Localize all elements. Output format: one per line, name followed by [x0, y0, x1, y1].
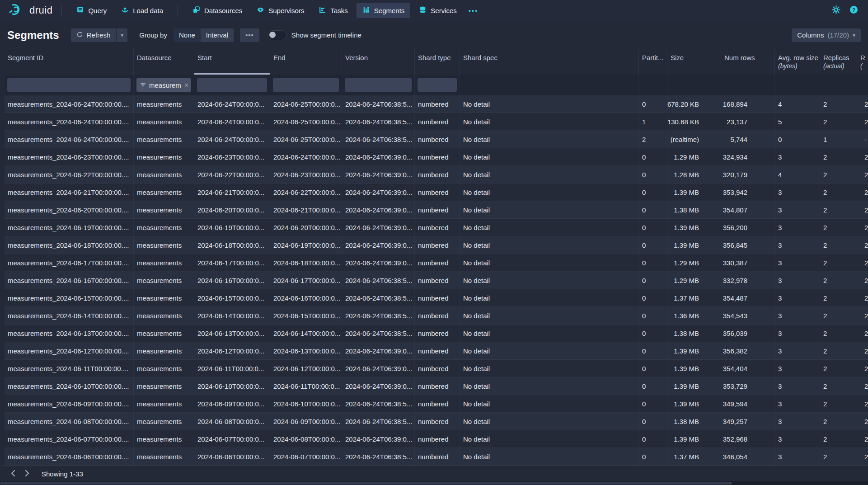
- table-row[interactable]: measurements_2024-06-14T00:00:00....meas…: [5, 307, 868, 325]
- druid-logo[interactable]: druid: [8, 3, 52, 18]
- table-row[interactable]: measurements_2024-06-24T00:00:00....meas…: [5, 131, 868, 148]
- cell-datasource: measurements: [134, 395, 194, 412]
- more-options-button[interactable]: •••: [240, 28, 259, 42]
- cell-avg-row-size: 3: [775, 325, 820, 342]
- cell-segment-id: measurements_2024-06-24T00:00:00....: [5, 131, 134, 148]
- nav-item-tasks[interactable]: Tasks: [313, 3, 353, 18]
- segment-id-filter-input[interactable]: [7, 78, 131, 92]
- datasource-filter-tag[interactable]: measurem ×: [136, 78, 191, 92]
- cell-end: 2024-06-10T00:00:0...: [270, 395, 342, 412]
- cell-num-rows: 356,845: [721, 236, 775, 254]
- col-header-size[interactable]: Size: [667, 49, 721, 75]
- col-header-shard-type[interactable]: Shard type: [415, 49, 460, 75]
- table-row[interactable]: measurements_2024-06-07T00:00:00....meas…: [5, 430, 868, 448]
- nav-item-supervisors[interactable]: Supervisors: [251, 3, 310, 18]
- cell-shard-spec: No detail: [460, 413, 639, 430]
- table-row[interactable]: measurements_2024-06-08T00:00:00....meas…: [5, 413, 868, 430]
- svg-text:?: ?: [852, 7, 855, 13]
- table-row[interactable]: measurements_2024-06-24T00:00:00....meas…: [5, 95, 868, 113]
- nav-more-button[interactable]: •••: [464, 4, 483, 18]
- col-header-partition[interactable]: Partit...: [639, 49, 667, 75]
- start-filter-input[interactable]: [197, 78, 267, 92]
- nav-item-query[interactable]: Query: [70, 3, 113, 18]
- cell-version: 2024-06-24T06:39:0...: [342, 148, 415, 165]
- table-row[interactable]: measurements_2024-06-23T00:00:00....meas…: [5, 148, 868, 166]
- horizontal-scrollbar[interactable]: [0, 481, 868, 485]
- table-row[interactable]: measurements_2024-06-18T00:00:00....meas…: [5, 236, 868, 254]
- col-header-version[interactable]: Version: [342, 49, 415, 75]
- close-icon[interactable]: ×: [184, 81, 189, 89]
- next-page-button[interactable]: [20, 467, 34, 480]
- cell-size: 1.36 MB: [667, 307, 721, 324]
- col-header-replicas[interactable]: Replicas(actual): [820, 49, 857, 75]
- cell-end: 2024-06-07T00:00:0...: [270, 448, 342, 465]
- group-by-interval-button[interactable]: Interval: [201, 28, 234, 42]
- cell-avg-row-size: 4: [775, 95, 820, 113]
- nav-item-segments[interactable]: Segments: [357, 3, 411, 18]
- table-row[interactable]: measurements_2024-06-17T00:00:00....meas…: [5, 254, 868, 272]
- cell-shard-spec: No detail: [460, 201, 639, 218]
- cell-replicas: 2: [820, 113, 857, 130]
- cell-size: 1.38 MB: [667, 201, 721, 218]
- col-header-segment-id[interactable]: Segment ID: [5, 49, 134, 75]
- cell-datasource: measurements: [134, 272, 194, 289]
- table-row[interactable]: measurements_2024-06-13T00:00:00....meas…: [5, 325, 868, 342]
- segment-timeline-toggle[interactable]: [267, 30, 286, 40]
- cell-avg-row-size: 3: [775, 254, 820, 271]
- col-header-shard-spec[interactable]: Shard spec: [460, 49, 639, 75]
- col-header-num-rows[interactable]: Num rows: [721, 49, 775, 75]
- table-row[interactable]: measurements_2024-06-19T00:00:00....meas…: [5, 219, 868, 236]
- col-header-end[interactable]: End: [270, 49, 342, 75]
- help-button[interactable]: ?: [849, 5, 859, 16]
- cell-shard-type: numbered: [415, 219, 460, 236]
- table-row[interactable]: measurements_2024-06-22T00:00:00....meas…: [5, 166, 868, 184]
- shard-type-filter-input[interactable]: [418, 78, 457, 92]
- cell-avg-row-size: 3: [775, 430, 820, 447]
- cell-datasource: measurements: [134, 148, 194, 165]
- cell-segment-id: measurements_2024-06-12T00:00:00....: [5, 342, 134, 359]
- table-row[interactable]: measurements_2024-06-12T00:00:00....meas…: [5, 342, 868, 360]
- refresh-caret-button[interactable]: ▾: [117, 28, 127, 42]
- cell-size: 1.39 MB: [667, 377, 721, 395]
- table-row[interactable]: measurements_2024-06-06T00:00:00....meas…: [5, 448, 868, 466]
- nav-item-datasources[interactable]: Datasources: [187, 3, 248, 18]
- nav-item-label: Datasources: [204, 7, 242, 14]
- cell-version: 2024-06-24T06:38:5...: [342, 448, 415, 465]
- end-filter-input[interactable]: [273, 78, 339, 92]
- druid-logo-icon: [8, 3, 25, 18]
- nav-item-services[interactable]: Services: [413, 3, 463, 18]
- columns-button[interactable]: Columns (17/20) ▾: [792, 28, 861, 42]
- col-header-replication[interactable]: R(: [857, 49, 868, 75]
- col-header-avg-row-size[interactable]: Avg. row size(bytes): [775, 49, 820, 75]
- cell-replication: 2: [857, 395, 868, 412]
- table-row[interactable]: measurements_2024-06-21T00:00:00....meas…: [5, 184, 868, 201]
- col-header-start[interactable]: Start: [194, 49, 270, 75]
- table-row[interactable]: measurements_2024-06-10T00:00:00....meas…: [5, 377, 868, 395]
- cell-end: 2024-06-25T00:00:0...: [270, 95, 342, 113]
- table-row[interactable]: measurements_2024-06-20T00:00:00....meas…: [5, 201, 868, 219]
- cell-datasource: measurements: [134, 360, 194, 377]
- cell-replication: 2: [857, 95, 868, 113]
- cell-shard-spec: No detail: [460, 131, 639, 148]
- cell-end: 2024-06-17T00:00:0...: [270, 272, 342, 289]
- table-row[interactable]: measurements_2024-06-15T00:00:00....meas…: [5, 289, 868, 307]
- table-row[interactable]: measurements_2024-06-16T00:00:00....meas…: [5, 272, 868, 289]
- col-header-datasource[interactable]: Datasource: [134, 49, 194, 75]
- nav-item-label: Segments: [374, 7, 405, 14]
- settings-button[interactable]: [831, 5, 841, 16]
- table-row[interactable]: measurements_2024-06-09T00:00:00....meas…: [5, 395, 868, 413]
- cell-end: 2024-06-15T00:00:0...: [270, 307, 342, 324]
- refresh-button[interactable]: Refresh: [71, 28, 116, 42]
- version-filter-input[interactable]: [345, 78, 412, 92]
- prev-page-button[interactable]: [5, 467, 20, 480]
- cell-start: 2024-06-13T00:00:0...: [194, 325, 270, 342]
- group-by-none-button[interactable]: None: [174, 28, 201, 42]
- cell-start: 2024-06-24T00:00:0...: [194, 95, 270, 113]
- nav-item-load-data[interactable]: Load data: [115, 3, 169, 18]
- scrollbar-thumb[interactable]: [0, 482, 732, 485]
- cell-end: 2024-06-08T00:00:0...: [270, 430, 342, 447]
- cell-num-rows: 354,807: [721, 201, 775, 218]
- table-row[interactable]: measurements_2024-06-11T00:00:00....meas…: [5, 360, 868, 377]
- table-row[interactable]: measurements_2024-06-24T00:00:00....meas…: [5, 113, 868, 131]
- cell-version: 2024-06-24T06:39:0...: [342, 377, 415, 395]
